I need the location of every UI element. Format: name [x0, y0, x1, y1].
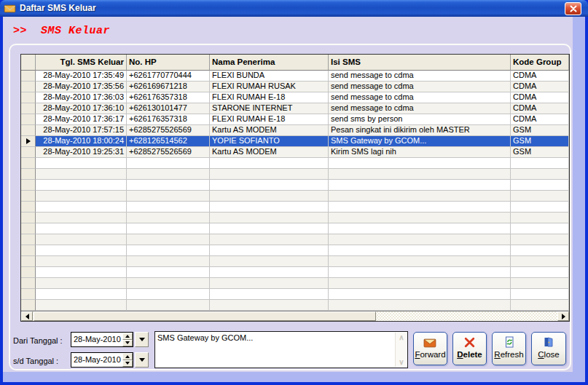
row-indicator	[21, 267, 36, 278]
cell-nama: STARONE INTERNET	[210, 103, 329, 114]
cell-isi	[329, 234, 511, 245]
column-header-kode[interactable]: Kode Group	[511, 55, 569, 71]
cell-isi: send message to cdma	[329, 92, 511, 103]
sms-preview-box[interactable]: SMS Gateway by GCOM... ∧ ∨	[154, 331, 408, 368]
row-indicator	[21, 136, 36, 147]
close-button[interactable]: Close	[531, 332, 566, 365]
table-row-empty[interactable]	[21, 256, 569, 267]
table-row[interactable]: 28-May-2010 19:25:31+6285275526569Kartu …	[21, 147, 569, 158]
cell-tgl	[36, 278, 127, 289]
cell-hp: +626176357318	[127, 92, 210, 103]
cell-tgl: 28-May-2010 17:35:49	[36, 71, 127, 82]
cell-tgl	[36, 180, 127, 191]
delete-button[interactable]: Delete	[452, 332, 487, 365]
from-date-dropdown-button[interactable]	[135, 332, 149, 347]
up-arrow-icon	[125, 335, 130, 338]
cell-nama	[210, 223, 329, 234]
table-row[interactable]: 28-May-2010 17:35:49+6261770770444FLEXI …	[21, 71, 569, 82]
cell-isi	[329, 289, 511, 300]
cell-hp	[127, 300, 210, 311]
cell-kode	[511, 300, 569, 311]
grid-body: 28-May-2010 17:35:49+6261770770444FLEXI …	[21, 71, 569, 311]
window-close-button[interactable]	[565, 2, 581, 15]
row-indicator	[21, 103, 36, 114]
cell-hp	[127, 158, 210, 169]
table-row-empty[interactable]	[21, 267, 569, 278]
cell-nama	[210, 267, 329, 278]
table-row-empty[interactable]	[21, 234, 569, 245]
table-row[interactable]: 28-May-2010 17:36:17+626176357318FLEXI R…	[21, 114, 569, 125]
up-arrow-icon	[125, 355, 130, 358]
table-row-empty[interactable]	[21, 278, 569, 289]
scrollbar-thumb[interactable]	[34, 311, 376, 321]
cell-kode	[511, 223, 569, 234]
cell-nama	[210, 245, 329, 256]
from-date-input[interactable]: 28-May-2010	[71, 332, 149, 347]
cell-tgl	[36, 267, 127, 278]
table-row[interactable]: 28-May-2010 17:36:03+626176357318FLEXI R…	[21, 92, 569, 103]
dropdown-arrow-icon	[139, 358, 145, 362]
cell-isi	[329, 223, 511, 234]
to-date-spin-up-button[interactable]	[122, 353, 133, 360]
cell-isi: send message to cdma	[329, 82, 511, 92]
cell-tgl	[36, 245, 127, 256]
mail-forward-icon	[423, 336, 437, 349]
cell-nama	[210, 213, 329, 223]
row-indicator	[21, 300, 36, 311]
column-header-isi[interactable]: Isi SMS	[329, 55, 511, 71]
cell-nama	[210, 169, 329, 180]
table-row-empty[interactable]	[21, 213, 569, 223]
grid-horizontal-scrollbar[interactable]	[21, 311, 569, 321]
to-date-value[interactable]: 28-May-2010	[71, 353, 122, 367]
column-header-nama[interactable]: Nama Penerima	[210, 55, 329, 71]
column-header-hp[interactable]: No. HP	[127, 55, 210, 71]
to-date-input[interactable]: 28-May-2010	[71, 352, 149, 368]
table-row[interactable]: 28-May-2010 17:57:15+6285275526569Kartu …	[21, 125, 569, 136]
row-indicator	[21, 158, 36, 169]
table-row-empty[interactable]	[21, 202, 569, 213]
table-row-empty[interactable]	[21, 158, 569, 169]
to-date-dropdown-button[interactable]	[135, 352, 149, 368]
cell-tgl: 28-May-2010 17:57:15	[36, 125, 127, 136]
cell-hp	[127, 256, 210, 267]
table-row-empty[interactable]	[21, 245, 569, 256]
from-date-value[interactable]: 28-May-2010	[71, 333, 122, 346]
row-indicator	[21, 82, 36, 92]
exit-door-icon	[543, 336, 554, 349]
from-date-spin-down-button[interactable]	[122, 340, 133, 347]
forward-button[interactable]: Forward	[413, 332, 447, 365]
table-row-empty[interactable]	[21, 169, 569, 180]
to-date-spin-down-button[interactable]	[122, 360, 133, 368]
cell-kode	[511, 213, 569, 223]
cell-tgl	[36, 158, 127, 169]
scroll-right-button[interactable]	[557, 311, 569, 321]
cell-nama: FLEXI RUMAH E-18	[210, 92, 329, 103]
title-bar[interactable]: Daftar SMS Keluar	[0, 0, 588, 17]
cell-kode	[511, 256, 569, 267]
grid-header-row: Tgl. SMS KeluarNo. HPNama PenerimaIsi SM…	[21, 55, 569, 71]
column-header-tgl[interactable]: Tgl. SMS Keluar	[36, 55, 127, 71]
red-x-icon	[463, 336, 476, 349]
table-row[interactable]: 28-May-2010 17:35:56+626169671218FLEXI R…	[21, 82, 569, 92]
cell-tgl	[36, 256, 127, 267]
table-row-empty[interactable]	[21, 289, 569, 300]
memo-scrollbar[interactable]: ∧ ∨	[395, 333, 407, 367]
table-row-empty[interactable]	[21, 223, 569, 234]
page-refresh-icon	[503, 336, 515, 349]
cell-tgl	[36, 223, 127, 234]
cell-kode: CDMA	[511, 92, 569, 103]
cell-nama: FLEXI RUMAH E-18	[210, 114, 329, 125]
cell-isi	[329, 191, 511, 202]
cell-hp	[127, 267, 210, 278]
scroll-left-button[interactable]	[21, 311, 33, 321]
cell-kode	[511, 278, 569, 289]
refresh-button[interactable]: Refresh	[492, 332, 526, 365]
table-row[interactable]: 28-May-2010 17:36:10+626130101477STARONE…	[21, 103, 569, 114]
table-row-empty[interactable]	[21, 300, 569, 311]
table-row-empty[interactable]	[21, 180, 569, 191]
table-row-empty[interactable]	[21, 191, 569, 202]
table-row[interactable]: 28-May-2010 18:00:24+628126514562YOPIE S…	[21, 136, 569, 147]
cell-kode	[511, 180, 569, 191]
cell-nama: FLEXI BUNDA	[210, 71, 329, 82]
from-date-spin-up-button[interactable]	[122, 333, 133, 340]
